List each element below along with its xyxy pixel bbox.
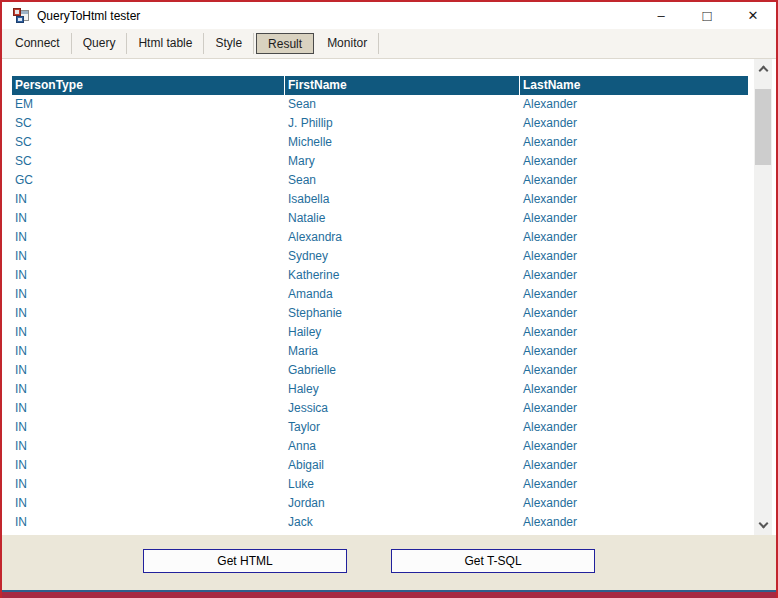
chevron-down-icon bbox=[758, 519, 768, 529]
tab-query[interactable]: Query bbox=[72, 33, 128, 54]
vertical-scrollbar[interactable] bbox=[754, 59, 772, 535]
table-cell: Abigail bbox=[285, 456, 520, 475]
table-row: INMariaAlexander bbox=[12, 342, 748, 361]
get-tsql-button[interactable]: Get T-SQL bbox=[391, 549, 595, 573]
close-button[interactable]: ✕ bbox=[730, 2, 776, 29]
table-cell: Alexander bbox=[520, 361, 748, 380]
tab-style[interactable]: Style bbox=[204, 33, 254, 54]
table-cell: Alexander bbox=[520, 114, 748, 133]
table-cell: IN bbox=[12, 285, 285, 304]
table-header-row: PersonTypeFirstNameLastName bbox=[12, 76, 748, 95]
table-row: EMSeanAlexander bbox=[12, 95, 748, 114]
table-cell: Hailey bbox=[285, 323, 520, 342]
window-title: QueryToHtml tester bbox=[37, 9, 140, 23]
table-cell: Isabella bbox=[285, 190, 520, 209]
table-cell: Alexander bbox=[520, 475, 748, 494]
table-row: INStephanieAlexander bbox=[12, 304, 748, 323]
table-cell: SC bbox=[12, 114, 285, 133]
table-cell: IN bbox=[12, 361, 285, 380]
table-cell: SC bbox=[12, 133, 285, 152]
table-cell: IN bbox=[12, 209, 285, 228]
table-row: SCMichelleAlexander bbox=[12, 133, 748, 152]
table-cell: Anna bbox=[285, 437, 520, 456]
table-row: INAnnaAlexander bbox=[12, 437, 748, 456]
tab-html-table[interactable]: Html table bbox=[127, 33, 204, 54]
scroll-down-button[interactable] bbox=[754, 517, 772, 534]
table-cell: Mary bbox=[285, 152, 520, 171]
table-row: SCJ. PhillipAlexander bbox=[12, 114, 748, 133]
table-cell: J. Phillip bbox=[285, 114, 520, 133]
table-cell: Alexander bbox=[520, 456, 748, 475]
table-cell: Sean bbox=[285, 171, 520, 190]
table-cell: IN bbox=[12, 494, 285, 513]
table-cell: IN bbox=[12, 475, 285, 494]
table-row: INSydneyAlexander bbox=[12, 247, 748, 266]
maximize-button[interactable]: □ bbox=[684, 2, 730, 29]
table-cell: IN bbox=[12, 247, 285, 266]
table-cell: Taylor bbox=[285, 418, 520, 437]
tab-result[interactable]: Result bbox=[256, 33, 314, 54]
table-row: INHaileyAlexander bbox=[12, 323, 748, 342]
table-row: INJordanAlexander bbox=[12, 494, 748, 513]
table-cell: Alexander bbox=[520, 437, 748, 456]
result-table: PersonTypeFirstNameLastName EMSeanAlexan… bbox=[12, 76, 748, 532]
table-cell: Alexander bbox=[520, 171, 748, 190]
table-cell: IN bbox=[12, 399, 285, 418]
tab-monitor[interactable]: Monitor bbox=[316, 33, 379, 54]
table-row: INAlexandraAlexander bbox=[12, 228, 748, 247]
table-cell: IN bbox=[12, 342, 285, 361]
table-cell: Alexander bbox=[520, 285, 748, 304]
table-row: SCMaryAlexander bbox=[12, 152, 748, 171]
result-panel: PersonTypeFirstNameLastName EMSeanAlexan… bbox=[2, 59, 776, 535]
table-cell: Alexander bbox=[520, 418, 748, 437]
table-cell: Alexander bbox=[520, 513, 748, 532]
app-icon bbox=[13, 8, 29, 24]
column-header: LastName bbox=[520, 76, 748, 95]
table-cell: Katherine bbox=[285, 266, 520, 285]
table-cell: Alexander bbox=[520, 494, 748, 513]
table-cell: EM bbox=[12, 95, 285, 114]
scroll-up-button[interactable] bbox=[754, 60, 772, 77]
table-cell: Alexander bbox=[520, 133, 748, 152]
table-cell: Alexander bbox=[520, 380, 748, 399]
table-row: INIsabellaAlexander bbox=[12, 190, 748, 209]
column-header: FirstName bbox=[285, 76, 520, 95]
get-html-button[interactable]: Get HTML bbox=[143, 549, 347, 573]
table-cell: GC bbox=[12, 171, 285, 190]
table-cell: Alexander bbox=[520, 152, 748, 171]
table-cell: Alexander bbox=[520, 266, 748, 285]
table-row: INNatalieAlexander bbox=[12, 209, 748, 228]
scrollbar-thumb[interactable] bbox=[755, 89, 771, 165]
table-cell: Michelle bbox=[285, 133, 520, 152]
table-cell: Alexander bbox=[520, 304, 748, 323]
table-cell: IN bbox=[12, 323, 285, 342]
table-cell: Alexander bbox=[520, 323, 748, 342]
table-row: INJessicaAlexander bbox=[12, 399, 748, 418]
table-body: EMSeanAlexanderSCJ. PhillipAlexanderSCMi… bbox=[12, 95, 748, 532]
table-cell: Natalie bbox=[285, 209, 520, 228]
table-cell: Sean bbox=[285, 95, 520, 114]
table-cell: IN bbox=[12, 266, 285, 285]
table-row: INHaleyAlexander bbox=[12, 380, 748, 399]
table-cell: Haley bbox=[285, 380, 520, 399]
table-cell: Jessica bbox=[285, 399, 520, 418]
table-cell: Alexander bbox=[520, 342, 748, 361]
tab-connect[interactable]: Connect bbox=[4, 33, 72, 54]
table-cell: IN bbox=[12, 513, 285, 532]
bottom-panel: Get HTML Get T-SQL bbox=[2, 535, 776, 592]
table-row: INLukeAlexander bbox=[12, 475, 748, 494]
table-row: GCSeanAlexander bbox=[12, 171, 748, 190]
table-cell: Luke bbox=[285, 475, 520, 494]
table-cell: SC bbox=[12, 152, 285, 171]
table-cell: Alexandra bbox=[285, 228, 520, 247]
titlebar: QueryToHtml tester – □ ✕ bbox=[2, 2, 776, 29]
app-window: QueryToHtml tester – □ ✕ ConnectQueryHtm… bbox=[0, 0, 778, 598]
table-cell: IN bbox=[12, 304, 285, 323]
table-cell: IN bbox=[12, 437, 285, 456]
table-cell: Gabrielle bbox=[285, 361, 520, 380]
tab-strip: ConnectQueryHtml tableStyleResultMonitor bbox=[2, 29, 776, 59]
minimize-button[interactable]: – bbox=[638, 2, 684, 29]
table-cell: Jack bbox=[285, 513, 520, 532]
table-cell: IN bbox=[12, 456, 285, 475]
table-row: INJackAlexander bbox=[12, 513, 748, 532]
